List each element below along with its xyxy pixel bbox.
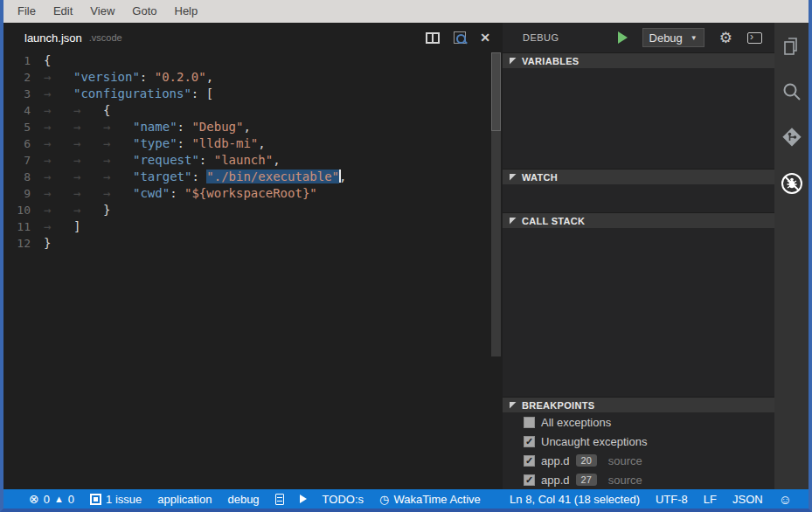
status-feedback[interactable]: ☺ xyxy=(771,493,800,506)
status-application[interactable]: application xyxy=(149,493,219,506)
editor-scrollbar[interactable] xyxy=(491,52,501,356)
token: "configurations" xyxy=(73,86,191,100)
clock-icon: ◷ xyxy=(379,494,389,505)
code-text: →→→"type": "lldb-mi", xyxy=(44,135,266,152)
code-text: →→→"cwd": "${workspaceRoot}" xyxy=(44,185,317,202)
code-text: →] xyxy=(44,218,80,235)
status-bar: ⊗0▲01 issueapplicationdebugTODO:s◷WakaTi… xyxy=(3,489,809,509)
menu-item-help[interactable]: Help xyxy=(166,0,207,23)
activity-item-git[interactable] xyxy=(774,126,809,171)
status-active-file[interactable] xyxy=(267,494,292,505)
code-line: 6→→→"type": "lldb-mi", xyxy=(3,135,503,152)
editor-group: launch.json .vscode ✕ 1{2→"version": "0.… xyxy=(3,23,503,489)
code-text: →→→"name": "Debug", xyxy=(44,119,251,135)
section-label: WATCH xyxy=(522,172,558,183)
status-run[interactable] xyxy=(292,495,315,503)
status-text: 1 issue xyxy=(106,493,142,506)
token: : xyxy=(199,153,214,167)
code-text: →→{ xyxy=(44,102,110,119)
status-issues[interactable]: 1 issue xyxy=(82,493,149,506)
breakpoint-row[interactable]: ✓app.d27source xyxy=(503,470,774,489)
section-header-breakpoints[interactable]: BREAKPOINTS xyxy=(503,397,774,412)
token: "${workspaceRoot}" xyxy=(184,186,317,200)
smiley-icon: ☺ xyxy=(779,493,792,506)
tab-whitespace-icon: → xyxy=(44,135,73,152)
section-header-callstack[interactable]: CALL STACK xyxy=(503,212,774,228)
line-number: 3 xyxy=(3,86,44,102)
checkbox[interactable]: ✓ xyxy=(524,455,535,467)
breakpoint-row[interactable]: ✓app.d20source xyxy=(503,451,774,470)
code-line: 2→"version": "0.2.0", xyxy=(3,69,503,86)
status-problems[interactable]: ⊗0▲0 xyxy=(21,493,82,506)
tab-whitespace-icon: → xyxy=(44,202,73,218)
breakpoint-source: source xyxy=(608,474,642,487)
section-header-variables[interactable]: VARIABLES xyxy=(503,52,774,68)
debug-sections: VARIABLESWATCHCALL STACKBREAKPOINTSAll e… xyxy=(503,52,774,489)
selected-text: "./bin/executable" xyxy=(206,170,339,183)
breakpoint-row[interactable]: ✓Uncaught exceptions xyxy=(503,432,774,451)
debug-toolbar: DEBUG Debug ▼ ⚙ xyxy=(503,23,774,52)
scrollbar-slider[interactable] xyxy=(491,52,501,131)
error-circle-icon: ⊗ xyxy=(29,493,39,505)
status-language-mode[interactable]: JSON xyxy=(725,493,771,506)
status-cursor-position[interactable]: Ln 8, Col 41 (18 selected) xyxy=(502,493,648,506)
code-editor[interactable]: 1{2→"version": "0.2.0",3→"configurations… xyxy=(3,52,503,489)
code-text: →→→"request": "launch", xyxy=(44,152,281,169)
status-encoding[interactable]: UTF-8 xyxy=(648,493,696,506)
status-text: WakaTime Active xyxy=(393,493,480,506)
tab-whitespace-icon: → xyxy=(103,152,133,169)
tab-whitespace-icon: → xyxy=(73,119,103,135)
token: , xyxy=(206,70,213,84)
line-number: 10 xyxy=(3,202,44,218)
activity-item-explorer[interactable] xyxy=(774,35,809,80)
code-line: 1{ xyxy=(3,52,503,69)
code-line: 5→→→"name": "Debug", xyxy=(3,119,503,135)
debug-console-icon[interactable] xyxy=(747,32,762,44)
checkbox[interactable]: ✓ xyxy=(524,436,535,447)
close-icon[interactable]: ✕ xyxy=(480,31,490,44)
code-text: →→→"target": "./bin/executable", xyxy=(44,169,346,185)
start-debug-icon[interactable] xyxy=(618,31,628,44)
tab-whitespace-icon: → xyxy=(103,119,133,135)
code-text: →"configurations": [ xyxy=(44,86,213,102)
menu-item-view[interactable]: View xyxy=(81,0,123,23)
activity-bar xyxy=(774,23,809,489)
breakpoint-row[interactable]: All exceptions xyxy=(503,412,774,432)
token: : [ xyxy=(191,86,213,100)
open-preview-icon[interactable] xyxy=(454,31,466,44)
section-header-watch[interactable]: WATCH xyxy=(503,169,774,184)
code-line: 3→"configurations": [ xyxy=(3,86,503,102)
checkbox[interactable] xyxy=(524,417,535,428)
tab-whitespace-icon: → xyxy=(73,152,103,169)
token: : xyxy=(191,170,206,183)
menu-item-goto[interactable]: Goto xyxy=(123,0,165,23)
menu-item-file[interactable]: File xyxy=(9,0,45,23)
token: } xyxy=(44,236,51,250)
activity-item-debug[interactable] xyxy=(774,171,809,217)
status-text: JSON xyxy=(732,493,763,506)
line-number: 2 xyxy=(3,69,44,86)
split-editor-icon[interactable] xyxy=(426,32,440,44)
debug-toolbar-actions: Debug ▼ ⚙ xyxy=(618,28,762,47)
status-eol[interactable]: LF xyxy=(696,493,725,506)
gear-icon[interactable]: ⚙ xyxy=(719,31,732,45)
token: , xyxy=(273,153,280,167)
status-wakatime[interactable]: ◷WakaTime Active xyxy=(371,493,489,506)
menu-item-edit[interactable]: Edit xyxy=(45,0,81,23)
section-label: VARIABLES xyxy=(522,56,579,66)
status-text: debug xyxy=(227,493,259,506)
debug-config-dropdown[interactable]: Debug ▼ xyxy=(642,28,704,47)
search-icon xyxy=(781,80,803,103)
status-debug-target[interactable]: debug xyxy=(219,493,267,506)
tab-whitespace-icon: → xyxy=(73,185,103,202)
status-text: TODO:s xyxy=(323,493,364,506)
status-todos[interactable]: TODO:s xyxy=(315,493,371,506)
tab-whitespace-icon: → xyxy=(44,102,73,119)
twistie-icon xyxy=(510,218,517,225)
issues-icon xyxy=(90,494,101,505)
tab-whitespace-icon: → xyxy=(44,169,73,185)
checkbox[interactable]: ✓ xyxy=(524,474,535,486)
line-badge: 20 xyxy=(576,454,597,467)
activity-item-search[interactable] xyxy=(774,80,809,126)
files-icon xyxy=(781,35,803,58)
